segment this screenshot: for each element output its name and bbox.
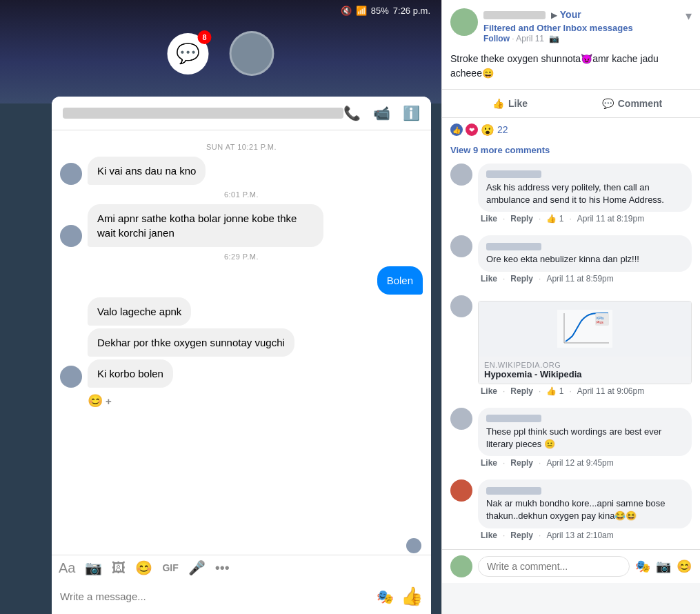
chat-contact-name xyxy=(63,108,343,119)
post-inbox-label: Filtered and Other Inbox messages xyxy=(483,21,680,34)
battery-text: 85% xyxy=(371,6,389,16)
comment-reply-link[interactable]: Reply xyxy=(510,458,533,468)
post-meta: ▶ Your Filtered and Other Inbox messages… xyxy=(483,8,680,43)
comment-input-icons: 🎭 📷 😊 xyxy=(635,559,692,574)
comment-reply-link[interactable]: Reply xyxy=(510,386,533,396)
chat-toolbar: Aa 📷 🖼 😊 GIF 🎤 ••• xyxy=(52,555,431,580)
gif-icon[interactable]: GIF xyxy=(162,562,178,573)
reaction-count[interactable]: 22 xyxy=(497,124,508,135)
sender-avatar xyxy=(60,225,82,247)
link-preview-image: KPIs Plus xyxy=(479,301,691,357)
notification-badge: 8 xyxy=(198,30,212,44)
link-domain: EN.WIKIPEDIA.ORG xyxy=(484,361,686,369)
comment-reply-link[interactable]: Reply xyxy=(510,214,533,224)
comment-action-icon: 💬 xyxy=(602,98,614,109)
seen-avatar xyxy=(406,538,421,553)
facebook-panel: ▶ Your Filtered and Other Inbox messages… xyxy=(441,0,700,614)
message-row: Ki vai ans dau na kno xyxy=(60,157,423,185)
comment-like-link[interactable]: Like xyxy=(481,274,497,284)
comment-content: Ask his address very politely, then call… xyxy=(478,164,692,226)
post-author-name-blur xyxy=(483,11,546,19)
wow-reaction-icon: 😮 xyxy=(481,123,494,137)
comment-action-button[interactable]: 💬 Comment xyxy=(572,92,692,115)
clock: 7:26 p.m. xyxy=(393,6,430,16)
comment-text: These ppl think such wordings are best e… xyxy=(486,426,683,450)
profile-avatar-top xyxy=(230,31,274,76)
comment-bubble: Nak ar mukh bondho kore...apni samne bos… xyxy=(478,479,692,528)
chat-bubble: Dekhar por thke oxygen sunnotay vugchi xyxy=(88,328,294,357)
post-more-options[interactable]: ▾ xyxy=(686,8,692,23)
post-date: April 11 xyxy=(516,34,544,43)
commenter-avatar xyxy=(450,479,472,502)
comment-like-count: 👍 1 xyxy=(546,386,563,396)
comment-input[interactable] xyxy=(478,556,630,577)
sticker-icon[interactable]: 🎭 xyxy=(377,588,394,605)
view-more-comments[interactable]: View 9 more comments xyxy=(442,142,700,161)
comment-item-link: KPIs Plus EN.WIKIPEDIA.ORG Hypoxemia - W… xyxy=(442,293,700,401)
like-reaction-icon: 👍 xyxy=(450,123,463,136)
comment-like-link[interactable]: Like xyxy=(481,214,497,224)
comment-item: These ppl think such wordings are best e… xyxy=(442,405,700,473)
comment-like-link[interactable]: Like xyxy=(481,386,497,396)
image-icon[interactable]: 🖼 xyxy=(112,560,126,576)
message-row: Ami apnr sathe kotha bolar jonne kobe th… xyxy=(60,204,423,247)
comment-reply-link[interactable]: Reply xyxy=(510,274,533,284)
commenter-avatar xyxy=(450,164,472,186)
comment-actions: Like · Reply · April 11 at 8:59pm xyxy=(478,272,692,286)
chat-bubble: Ki vai ans dau na kno xyxy=(88,157,206,185)
comment-input-row: 🎭 📷 😊 xyxy=(442,549,700,583)
add-reaction-icon[interactable]: + xyxy=(106,395,112,407)
chat-messages: SUN AT 10:21 P.M. Ki vai ans dau na kno … xyxy=(52,130,431,541)
phone-call-icon[interactable]: 📞 xyxy=(343,105,361,121)
post-header: ▶ Your Filtered and Other Inbox messages… xyxy=(442,0,700,49)
post-shared-arrow: ▶ xyxy=(551,10,557,20)
chat-bubble: Ami apnr sathe kotha bolar jonne kobe th… xyxy=(88,204,323,247)
comment-item: Ask his address very politely, then call… xyxy=(442,161,700,229)
emoji-icon[interactable]: 😊 xyxy=(135,559,152,576)
comment-actions: Like · Reply · April 13 at 2:10am xyxy=(478,528,692,542)
hypoxemia-graph: KPIs Plus xyxy=(557,310,612,348)
comment-actions: Like · Reply · 👍 1 · April 11 at 8:19pm xyxy=(478,212,692,226)
commenter-name-blur xyxy=(486,487,541,495)
text-icon[interactable]: Aa xyxy=(59,560,75,576)
link-preview[interactable]: KPIs Plus EN.WIKIPEDIA.ORG Hypoxemia - W… xyxy=(478,301,692,384)
messenger-panel: 🔇 📶 85% 7:26 p.m. 💬 8 📞 📹 ℹ️ S xyxy=(0,0,441,614)
message-row: Ki korbo bolen xyxy=(60,359,423,388)
camera-icon[interactable]: 📷 xyxy=(85,559,102,576)
like-action-button[interactable]: 👍 Like xyxy=(450,92,570,115)
commenter-avatar xyxy=(450,235,472,257)
comment-text: Nak ar mukh bondho kore...apni samne bos… xyxy=(486,497,683,522)
link-title: Hypoxemia - Wikipedia xyxy=(484,369,686,379)
comment-sticker-icon[interactable]: 🎭 xyxy=(635,559,650,574)
like-button[interactable]: 👍 xyxy=(401,586,423,607)
post-body-text: Stroke theke oxygen shunnota😈amr kache j… xyxy=(442,49,700,89)
mic-icon[interactable]: 🎤 xyxy=(188,559,206,576)
emoji-react-icon[interactable]: 😊 xyxy=(88,393,103,408)
comment-reply-link[interactable]: Reply xyxy=(510,531,533,540)
comment-content: These ppl think such wordings are best e… xyxy=(478,408,692,471)
more-icon[interactable]: ••• xyxy=(215,560,230,576)
comment-item: Ore keo ekta nebulizer kinna dan plz!!! … xyxy=(442,232,700,288)
chat-window: 📞 📹 ℹ️ SUN AT 10:21 P.M. Ki vai ans dau … xyxy=(52,97,431,614)
link-preview-info: EN.WIKIPEDIA.ORG Hypoxemia - Wikipedia xyxy=(479,357,691,384)
video-call-icon[interactable]: 📹 xyxy=(373,105,390,121)
comment-like-link[interactable]: Like xyxy=(481,531,497,540)
message-input[interactable] xyxy=(60,591,370,602)
message-row: Dekhar por thke oxygen sunnotay vugchi xyxy=(60,328,423,357)
post-time: Follow · April 11 📷 xyxy=(483,34,680,43)
message-row: Valo lageche apnk xyxy=(60,297,423,326)
chat-header-icons: 📞 📹 ℹ️ xyxy=(343,105,420,121)
time-divider-2: 6:01 P.M. xyxy=(60,190,423,199)
post-author-avatar xyxy=(450,8,478,36)
info-icon[interactable]: ℹ️ xyxy=(403,105,420,121)
comment-camera-icon[interactable]: 📷 xyxy=(656,559,671,574)
comment-content: Ore keo ekta nebulizer kinna dan plz!!! … xyxy=(478,235,692,285)
follow-link[interactable]: Follow xyxy=(483,34,510,43)
comment-time: April 11 at 9:06pm xyxy=(577,386,644,396)
chat-input-row: 🎭 👍 xyxy=(52,580,431,614)
comment-like-link[interactable]: Like xyxy=(481,458,497,468)
comment-time: April 12 at 9:45pm xyxy=(546,458,613,468)
like-action-icon: 👍 xyxy=(492,98,504,109)
comment-emoji-icon[interactable]: 😊 xyxy=(677,559,692,574)
like-action-label: Like xyxy=(508,98,528,109)
